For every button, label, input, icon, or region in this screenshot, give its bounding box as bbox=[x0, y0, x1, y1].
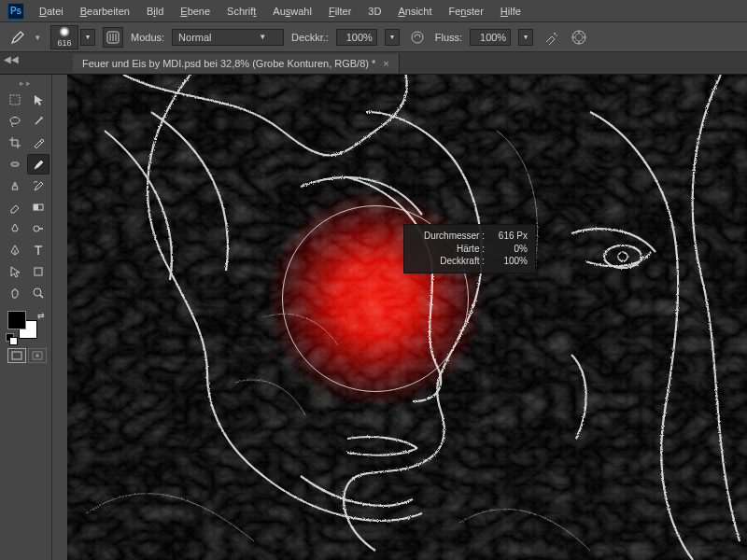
svg-point-7 bbox=[10, 118, 20, 124]
document-tab-strip: Feuer und Eis by MDI.psd bei 32,8% (Grob… bbox=[0, 52, 747, 75]
hand-tool[interactable] bbox=[4, 283, 26, 303]
menu-hilfe[interactable]: Hilfe bbox=[493, 3, 529, 20]
hud-opacity-label: Deckkraft : bbox=[412, 255, 485, 268]
svg-rect-17 bbox=[12, 352, 21, 359]
lasso-tool[interactable] bbox=[4, 111, 26, 132]
arrow-tool[interactable] bbox=[27, 90, 49, 110]
menu-ansicht[interactable]: Ansicht bbox=[390, 3, 439, 20]
blur-tool[interactable] bbox=[4, 218, 26, 239]
swap-colors-icon[interactable]: ⇄ bbox=[37, 311, 45, 320]
svg-point-10 bbox=[15, 164, 16, 165]
menu-schrift[interactable]: Schrift bbox=[219, 3, 263, 20]
menu-datei[interactable]: DDateiatei bbox=[32, 3, 71, 20]
brush-hud: Durchmesser :616 Px Härte :0% Deckkraft … bbox=[403, 224, 536, 273]
menu-bearbeiten[interactable]: Bearbeiten bbox=[73, 3, 137, 20]
svg-point-14 bbox=[34, 226, 39, 231]
svg-rect-6 bbox=[10, 95, 20, 105]
brush-preset-chevron-icon[interactable]: ▾ bbox=[80, 29, 95, 46]
pressure-opacity-toggle[interactable] bbox=[407, 27, 428, 48]
active-tool-icon[interactable] bbox=[7, 27, 28, 48]
shape-tool[interactable] bbox=[27, 261, 49, 282]
history-brush-tool[interactable] bbox=[27, 175, 49, 196]
options-bar: ▾ 616 ▾ Modus: Normal ▼ Deckkr.: 100% ▾ … bbox=[0, 22, 747, 52]
hud-hardness-value: 0% bbox=[490, 243, 528, 256]
type-tool[interactable] bbox=[27, 240, 49, 260]
move-tool[interactable] bbox=[4, 90, 26, 110]
tool-preset-chevron-icon[interactable]: ▾ bbox=[35, 33, 43, 42]
deckkraft-label: Deckkr.: bbox=[291, 32, 329, 43]
path-select-tool[interactable] bbox=[4, 261, 26, 282]
gradient-tool[interactable] bbox=[27, 197, 49, 217]
fluss-input[interactable]: 100% bbox=[470, 29, 511, 46]
chevron-down-icon: ▼ bbox=[259, 33, 266, 41]
pen-tool[interactable] bbox=[4, 240, 26, 260]
default-colors-icon[interactable] bbox=[6, 333, 15, 343]
menu-auswahl[interactable]: Auswahl bbox=[265, 3, 319, 20]
foreground-swatch[interactable] bbox=[7, 311, 26, 329]
svg-point-16 bbox=[34, 288, 41, 296]
brush-size-display: 616 bbox=[57, 38, 71, 48]
fluss-chevron-icon[interactable]: ▾ bbox=[518, 29, 533, 46]
document-tab-title: Feuer und Eis by MDI.psd bei 32,8% (Grob… bbox=[82, 58, 375, 69]
color-swatches[interactable]: ⇄ bbox=[4, 311, 48, 343]
modus-label: Modus: bbox=[131, 32, 164, 43]
brush-panel-toggle[interactable] bbox=[103, 27, 123, 48]
magic-wand-tool[interactable] bbox=[27, 111, 49, 132]
hud-hardness-label: Härte : bbox=[412, 243, 485, 256]
quickmask-mode-button[interactable] bbox=[28, 348, 47, 363]
app-logo: Ps bbox=[7, 3, 24, 20]
menu-bar: Ps DDateiatei Bearbeiten Bild Ebene Schr… bbox=[0, 0, 747, 22]
menu-3d[interactable]: 3D bbox=[360, 3, 388, 20]
brush-preset-picker[interactable]: 616 ▾ bbox=[50, 25, 95, 49]
clone-stamp-tool[interactable] bbox=[4, 175, 26, 196]
svg-point-5 bbox=[575, 34, 583, 41]
brush-tool[interactable] bbox=[27, 154, 49, 175]
modus-value: Normal bbox=[178, 32, 211, 43]
close-tab-button[interactable]: × bbox=[383, 58, 388, 69]
svg-point-2 bbox=[554, 33, 556, 35]
hud-size-label: Durchmesser : bbox=[412, 230, 485, 243]
svg-rect-15 bbox=[35, 268, 42, 275]
workspace: Durchmesser :616 Px Härte :0% Deckkraft … bbox=[67, 75, 747, 560]
svg-point-11 bbox=[17, 164, 18, 165]
zoom-tool[interactable] bbox=[27, 283, 49, 303]
brush-preview-icon bbox=[59, 26, 70, 37]
crop-tool[interactable] bbox=[4, 133, 26, 153]
svg-point-1 bbox=[412, 32, 423, 43]
svg-rect-13 bbox=[34, 204, 38, 210]
eraser-tool[interactable] bbox=[4, 197, 26, 217]
deckkraft-chevron-icon[interactable]: ▾ bbox=[385, 29, 400, 46]
hud-size-value: 616 Px bbox=[490, 230, 528, 243]
deckkraft-input[interactable]: 100% bbox=[336, 29, 377, 46]
airbrush-toggle[interactable] bbox=[541, 27, 561, 48]
menu-filter[interactable]: Filter bbox=[321, 3, 359, 20]
document-tab[interactable]: Feuer und Eis by MDI.psd bei 32,8% (Grob… bbox=[73, 54, 400, 73]
menu-fenster[interactable]: Fenster bbox=[442, 3, 491, 20]
menu-bild[interactable]: Bild bbox=[139, 3, 171, 20]
toolbox: ▸▸ ⇄ bbox=[0, 75, 52, 560]
expand-handle-icon[interactable]: ◀◀ bbox=[4, 54, 19, 64]
svg-point-9 bbox=[13, 164, 14, 165]
standard-mode-button[interactable] bbox=[7, 348, 26, 363]
menu-ebene[interactable]: Ebene bbox=[173, 3, 218, 20]
fluss-label: Fluss: bbox=[435, 32, 462, 43]
modus-select[interactable]: Normal ▼ bbox=[172, 29, 284, 46]
eyedropper-tool[interactable] bbox=[27, 133, 49, 153]
dodge-tool[interactable] bbox=[27, 218, 49, 239]
hud-opacity-value: 100% bbox=[490, 255, 528, 268]
healing-brush-tool[interactable] bbox=[4, 154, 26, 175]
svg-point-3 bbox=[556, 35, 557, 36]
svg-point-19 bbox=[35, 354, 39, 357]
toolbox-drag-handle[interactable]: ▸▸ bbox=[4, 78, 48, 88]
pressure-size-toggle[interactable] bbox=[569, 27, 589, 48]
canvas[interactable]: Durchmesser :616 Px Härte :0% Deckkraft … bbox=[67, 75, 747, 560]
